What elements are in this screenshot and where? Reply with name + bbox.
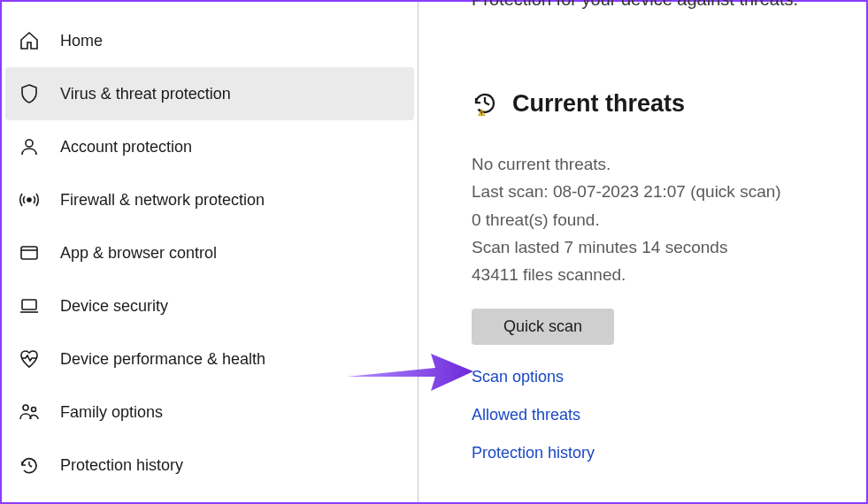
sidebar-item-performance[interactable]: Device performance & health bbox=[2, 332, 418, 386]
svg-line-11 bbox=[485, 103, 489, 105]
home-icon bbox=[18, 29, 41, 52]
page-subtitle-clipped: Protection for your device against threa… bbox=[472, 0, 798, 10]
antenna-icon bbox=[18, 188, 41, 211]
laptop-icon bbox=[18, 294, 41, 317]
sidebar-item-protection-history[interactable]: Protection history bbox=[2, 439, 418, 492]
threat-history-warning-icon bbox=[472, 89, 498, 119]
svg-point-7 bbox=[32, 408, 36, 412]
main-panel: Protection for your device against threa… bbox=[419, 2, 866, 502]
status-last-scan: Last scan: 08-07-2023 21:07 (quick scan) bbox=[472, 178, 866, 205]
scan-options-link[interactable]: Scan options bbox=[472, 368, 564, 386]
svg-line-9 bbox=[29, 465, 32, 467]
svg-point-6 bbox=[23, 405, 28, 410]
sidebar-item-firewall[interactable]: Firewall & network protection bbox=[2, 173, 418, 226]
sidebar-item-label: Family options bbox=[60, 403, 163, 422]
sidebar-item-label: Firewall & network protection bbox=[60, 191, 265, 210]
svg-point-1 bbox=[27, 198, 31, 202]
sidebar-item-home[interactable]: Home bbox=[2, 14, 418, 67]
sidebar-item-family[interactable]: Family options bbox=[2, 386, 418, 439]
svg-rect-2 bbox=[21, 247, 37, 259]
heart-pulse-icon bbox=[18, 347, 41, 370]
svg-point-0 bbox=[26, 140, 33, 147]
quick-scan-button[interactable]: Quick scan bbox=[472, 309, 614, 345]
sidebar-item-label: Device performance & health bbox=[60, 350, 265, 369]
sidebar-item-label: Account protection bbox=[60, 138, 192, 157]
sidebar-item-device-security[interactable]: Device security bbox=[2, 279, 418, 332]
section-header: Current threats bbox=[472, 71, 866, 138]
section-title: Current threats bbox=[512, 90, 685, 118]
svg-rect-4 bbox=[22, 300, 36, 309]
sidebar-item-label: App & browser control bbox=[60, 244, 217, 263]
window-frame: Home Virus & threat protection Account p… bbox=[0, 0, 868, 504]
svg-point-14 bbox=[481, 114, 482, 115]
status-threats-found: 0 threat(s) found. bbox=[472, 206, 866, 233]
protection-history-link[interactable]: Protection history bbox=[472, 444, 595, 462]
sidebar-item-label: Home bbox=[60, 32, 103, 50]
family-icon bbox=[18, 401, 41, 424]
allowed-threats-link[interactable]: Allowed threats bbox=[472, 406, 580, 424]
sidebar-item-label: Virus & threat protection bbox=[60, 85, 231, 103]
status-scan-duration: Scan lasted 7 minutes 14 seconds bbox=[472, 233, 866, 261]
sidebar-item-virus-threat[interactable]: Virus & threat protection bbox=[5, 67, 414, 120]
window-icon bbox=[18, 241, 41, 264]
sidebar: Home Virus & threat protection Account p… bbox=[2, 2, 419, 502]
sidebar-item-label: Protection history bbox=[60, 456, 183, 475]
status-no-threats: No current threats. bbox=[472, 150, 866, 178]
sidebar-item-account-protection[interactable]: Account protection bbox=[2, 120, 418, 173]
status-files-scanned: 43411 files scanned. bbox=[472, 261, 866, 288]
shield-icon bbox=[18, 82, 41, 105]
history-icon bbox=[18, 454, 41, 477]
sidebar-item-app-browser[interactable]: App & browser control bbox=[2, 226, 418, 279]
sidebar-item-label: Device security bbox=[60, 297, 168, 316]
person-icon bbox=[18, 135, 41, 158]
current-threats-section: Current threats No current threats. Last… bbox=[472, 71, 866, 462]
